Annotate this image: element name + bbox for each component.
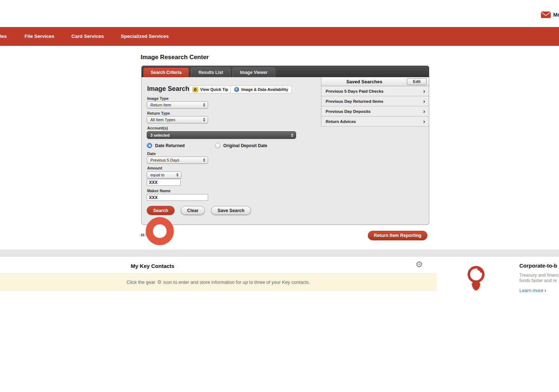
lightbulb-icon: [466, 265, 486, 292]
messages-label: Me: [553, 12, 559, 18]
stepper-icon: [176, 173, 179, 177]
original-deposit-date-radio[interactable]: [215, 143, 220, 148]
date-returned-label: Date Returned: [155, 143, 185, 148]
return-type-value: All Item Types: [150, 118, 175, 122]
learn-more-link[interactable]: Learn more›: [519, 287, 546, 293]
promo-line-1: Treasury and financ: [519, 273, 559, 278]
accounts-select[interactable]: 3 selected: [147, 131, 296, 139]
tab-bar: Search Criteria Results List Image Viewe…: [141, 66, 429, 77]
search-criteria-panel: Image Search ✆ View Quick Tip i Image & …: [141, 77, 429, 225]
top-header: Me: [0, 0, 559, 27]
promo-title: Corporate-to-b: [519, 263, 559, 269]
clear-button[interactable]: Clear: [181, 206, 205, 215]
image-research-panel: Search Criteria Results List Image Viewe…: [141, 66, 429, 225]
search-button[interactable]: Search: [147, 206, 175, 215]
amount-input[interactable]: [147, 179, 181, 186]
nav-item-file-services[interactable]: File Services: [25, 27, 54, 46]
stepper-icon: [203, 103, 205, 107]
banner-text-after: icon to enter and store information for …: [163, 279, 310, 285]
original-deposit-date-label: Original Deposit Date: [223, 143, 267, 148]
image-type-label: Image Type: [147, 96, 169, 101]
chevron-right-icon: ›: [423, 98, 425, 105]
saved-search-item[interactable]: Previous Day Deposits ›: [321, 106, 429, 116]
saved-search-label: Previous Day Deposits: [326, 109, 371, 114]
saved-search-label: Previous 5 Days Paid Checks: [326, 89, 383, 93]
saved-searches-panel: Saved Searches Edit Previous 5 Days Paid…: [321, 77, 429, 127]
tab-image-viewer[interactable]: Image Viewer: [232, 67, 275, 77]
return-type-select[interactable]: All Item Types: [147, 116, 208, 123]
tab-search-criteria[interactable]: Search Criteria: [143, 67, 189, 77]
accounts-value: 3 selected: [150, 133, 170, 137]
messages-link[interactable]: Me: [541, 12, 559, 18]
app-root: Me les File Services Card Services Speci…: [0, 0, 559, 392]
nav-item-card-services[interactable]: Card Services: [71, 27, 104, 46]
chevron-right-icon: ›: [423, 88, 425, 95]
nav-item-partial[interactable]: les: [0, 27, 7, 46]
form-buttons: Search Clear Save Search: [147, 206, 251, 215]
maker-name-label: Maker Name: [147, 189, 171, 193]
image-type-value: Return Item: [150, 103, 171, 107]
date-mode-radio-group: Date Returned Original Deposit Date: [147, 143, 267, 148]
saved-searches-header: Saved Searches Edit: [321, 77, 429, 86]
main-nav: les File Services Card Services Speciali…: [0, 27, 559, 46]
saved-search-item[interactable]: Previous Day Returned Items ›: [321, 96, 429, 106]
saved-search-label: Previous Day Returned Items: [326, 99, 383, 103]
key-contacts-banner: Click the gear ⚙ icon to enter and store…: [0, 273, 437, 291]
date-returned-radio[interactable]: [147, 143, 152, 148]
save-search-button[interactable]: Save Search: [211, 206, 251, 215]
maker-name-input[interactable]: [147, 194, 208, 201]
gear-icon: ⚙: [157, 279, 162, 285]
stepper-icon: [203, 158, 205, 162]
date-select[interactable]: Previous 5 Days: [147, 157, 208, 164]
amount-operator-value: equal to: [150, 173, 164, 177]
saved-search-label: Return Advices: [326, 119, 356, 124]
view-quick-tip-button[interactable]: ✆ View Quick Tip: [189, 85, 232, 93]
date-label: Date: [147, 151, 156, 156]
saved-search-item[interactable]: Return Advices ›: [321, 116, 429, 127]
annotation-circle: [146, 217, 174, 245]
accounts-label: Account(s): [147, 126, 168, 130]
envelope-icon: [541, 12, 551, 18]
learn-more-label: Learn more: [519, 288, 543, 293]
amount-operator-select[interactable]: equal to: [147, 171, 181, 179]
chevron-right-icon: ›: [423, 108, 425, 115]
tab-results-list[interactable]: Results List: [191, 67, 230, 77]
banner-text-before: Click the gear: [127, 279, 155, 285]
saved-search-item[interactable]: Previous 5 Days Paid Checks ›: [321, 86, 429, 96]
nav-item-specialized-services[interactable]: Specialized Services: [121, 27, 169, 46]
gear-icon[interactable]: ⚙: [415, 260, 423, 269]
date-value: Previous 5 Days: [150, 158, 179, 162]
quick-tip-icon: ✆: [193, 87, 198, 92]
saved-searches-title: Saved Searches: [321, 77, 407, 86]
return-item-reporting-button[interactable]: Return Item Reporting: [368, 231, 427, 240]
image-type-select[interactable]: Return Item: [147, 101, 208, 109]
chevron-right-icon: ›: [423, 118, 425, 125]
promo-line-2: funds faster and re: [519, 278, 559, 283]
info-icon: i: [234, 87, 239, 92]
chevron-right-icon: ›: [544, 287, 546, 293]
ss-link[interactable]: ss: [141, 232, 145, 236]
my-key-contacts-title: My Key Contacts: [107, 263, 198, 269]
page-title: Image Research Center: [141, 54, 209, 61]
stepper-icon: [203, 118, 205, 122]
amount-label: Amount: [147, 166, 162, 170]
return-type-label: Return Type: [147, 111, 170, 115]
edit-saved-searches-button[interactable]: Edit: [407, 78, 427, 85]
view-quick-tip-label: View Quick Tip: [200, 87, 228, 92]
image-search-heading: Image Search: [147, 85, 189, 93]
stepper-icon: [291, 133, 293, 137]
image-data-availability-label: Image & Data Availability: [241, 87, 288, 92]
footer-divider-strip: [0, 250, 559, 257]
image-data-availability-button[interactable]: i Image & Data Availability: [230, 85, 292, 93]
